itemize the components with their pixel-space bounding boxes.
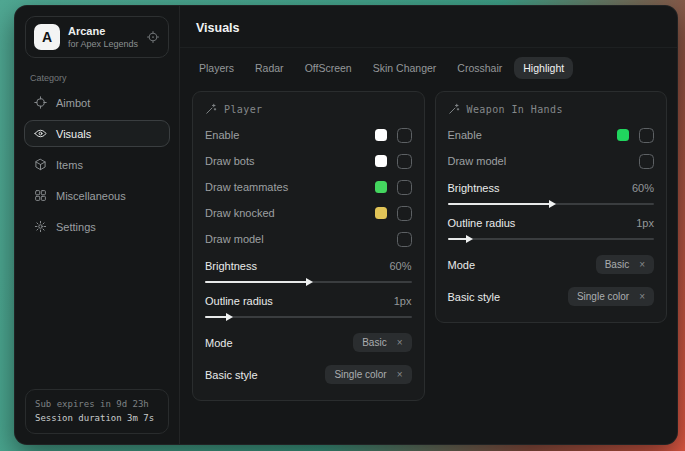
panel-header: Player [205,103,412,115]
wand-icon [448,103,460,115]
setting-row-outline-radius: Outline radius1px [448,217,655,244]
main-content: Visuals PlayersRadarOffScreenSkin Change… [180,6,677,444]
setting-label: Mode [448,259,596,271]
slider-fill [448,203,553,205]
setting-row-basic-style: Basic styleSingle color× [448,285,655,308]
tab-skin-changer[interactable]: Skin Changer [364,57,446,79]
tab-offscreen[interactable]: OffScreen [296,57,361,79]
setting-row-draw-bots: Draw bots [205,148,412,174]
slider-label-row: Brightness60% [448,182,655,194]
panel-header: Weapon In Hands [448,103,655,115]
sidebar-item-label: Miscellaneous [56,190,126,202]
app-subtitle: for Apex Legends [68,39,138,49]
tab-crosshair[interactable]: Crosshair [448,57,511,79]
setting-row-brightness: Brightness60% [448,182,655,209]
close-icon[interactable]: × [639,292,645,302]
slider-thumb[interactable] [466,235,473,243]
setting-row-draw-teammates: Draw teammates [205,174,412,200]
setting-row-basic-style: Basic styleSingle color× [205,363,412,386]
brand-card: A Arcane for Apex Legends [25,16,169,58]
slider-value: 60% [632,182,654,194]
sidebar-item-settings[interactable]: Settings [24,213,170,240]
grid-icon [34,189,47,202]
setting-label: Draw model [205,233,397,245]
setting-label: Draw bots [205,155,375,167]
sidebar-item-label: Settings [56,221,96,233]
panels-container: PlayerEnableDraw botsDraw teammatesDraw … [180,81,677,401]
setting-row-enable: Enable [448,122,655,148]
tab-bar: PlayersRadarOffScreenSkin ChangerCrossha… [180,48,677,81]
setting-label: Mode [205,337,353,349]
slider-label-row: Outline radius1px [205,295,412,307]
color-swatch[interactable] [375,155,387,167]
eye-icon [34,127,47,140]
slider-thumb[interactable] [226,313,233,321]
setting-label: Enable [205,129,375,141]
close-icon[interactable]: × [397,370,403,380]
setting-label: Brightness [448,182,500,194]
setting-label: Brightness [205,260,257,272]
cube-icon [34,158,47,171]
color-swatch[interactable] [617,129,629,141]
tag-label: Single color [334,369,386,380]
sidebar-item-label: Items [56,159,83,171]
mode-tag[interactable]: Basic× [596,255,654,274]
page-title: Visuals [180,6,677,48]
color-swatch[interactable] [375,207,387,219]
draw-model-checkbox[interactable] [639,154,654,169]
panel-weapon-in-hands: Weapon In HandsEnableDraw modelBrightnes… [435,91,668,323]
basic-style-tag[interactable]: Single color× [568,287,654,306]
close-icon[interactable]: × [397,338,403,348]
slider-thumb[interactable] [306,278,313,286]
session-duration-text: Session duration 3m 7s [35,412,159,426]
slider-value: 60% [389,260,411,272]
enable-checkbox[interactable] [397,128,412,143]
sidebar-item-aimbot[interactable]: Aimbot [24,89,170,116]
draw-model-checkbox[interactable] [397,232,412,247]
category-label: Category [30,73,164,83]
panel-title: Weapon In Hands [467,104,563,115]
outline-radius-slider[interactable] [448,234,655,244]
tag-label: Basic [362,337,386,348]
setting-row-draw-model: Draw model [205,226,412,252]
color-swatch[interactable] [375,129,387,141]
tab-highlight[interactable]: Highlight [514,57,573,79]
mode-tag[interactable]: Basic× [353,333,411,352]
slider-track [448,238,655,240]
setting-label: Enable [448,129,618,141]
sidebar: A Arcane for Apex Legends Category Aimbo… [15,6,180,444]
setting-label: Basic style [448,291,568,303]
draw-knocked-checkbox[interactable] [397,206,412,221]
basic-style-tag[interactable]: Single color× [325,365,411,384]
outline-radius-slider[interactable] [205,312,412,322]
sidebar-nav: AimbotVisualsItemsMiscellaneousSettings [15,87,179,242]
slider-thumb[interactable] [549,200,556,208]
close-icon[interactable]: × [639,260,645,270]
draw-teammates-checkbox[interactable] [397,180,412,195]
sidebar-item-visuals[interactable]: Visuals [24,120,170,147]
brightness-slider[interactable] [205,277,412,287]
sidebar-item-miscellaneous[interactable]: Miscellaneous [24,182,170,209]
sidebar-item-items[interactable]: Items [24,151,170,178]
draw-bots-checkbox[interactable] [397,154,412,169]
app-name: Arcane [68,25,138,38]
setting-row-enable: Enable [205,122,412,148]
color-swatch[interactable] [375,181,387,193]
setting-row-outline-radius: Outline radius1px [205,295,412,322]
target-icon[interactable] [146,30,160,44]
tab-players[interactable]: Players [190,57,243,79]
setting-row-draw-model: Draw model [448,148,655,174]
slider-track [205,316,412,318]
tab-radar[interactable]: Radar [246,57,293,79]
desktop-background: A Arcane for Apex Legends Category Aimbo… [0,0,685,451]
panel-player: PlayerEnableDraw botsDraw teammatesDraw … [192,91,425,401]
brand-text: Arcane for Apex Legends [68,25,138,49]
sidebar-item-label: Visuals [56,128,91,140]
setting-label: Outline radius [205,295,273,307]
slider-label-row: Brightness60% [205,260,412,272]
brightness-slider[interactable] [448,199,655,209]
sidebar-item-label: Aimbot [56,97,90,109]
setting-label: Draw teammates [205,181,375,193]
crosshair-icon [34,96,47,109]
enable-checkbox[interactable] [639,128,654,143]
